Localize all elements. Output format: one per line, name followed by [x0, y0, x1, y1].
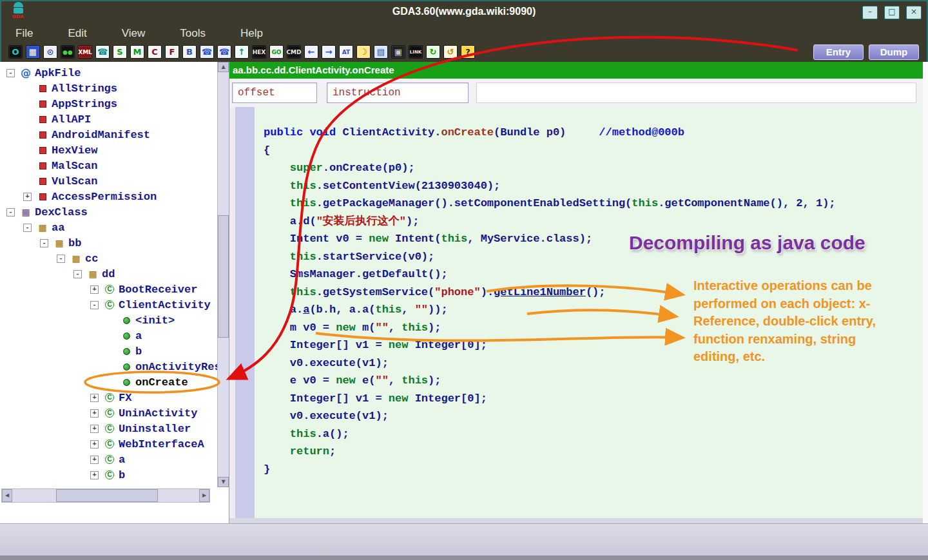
- bytecode-icon[interactable]: B: [182, 45, 197, 59]
- code-line[interactable]: public void ClientActivity.onCreate(Bund…: [264, 124, 923, 142]
- tree-item-vulscan[interactable]: VulScan: [0, 173, 217, 189]
- tree-expander-icon[interactable]: +: [90, 425, 99, 433]
- instruction-column-header[interactable]: instruction: [327, 82, 469, 103]
- tree-item-clientactivity[interactable]: -CClientActivity: [0, 297, 217, 313]
- tree-item-uninstaller[interactable]: +CUninstaller: [0, 421, 217, 436]
- close-button[interactable]: ×: [906, 6, 922, 19]
- tree-item-hexview[interactable]: HexView: [0, 142, 217, 158]
- classes-icon[interactable]: C: [148, 45, 162, 59]
- undo-icon[interactable]: ↺: [443, 45, 458, 59]
- cmd-icon[interactable]: CMD: [287, 45, 301, 59]
- horizontal-scroll-thumb[interactable]: [56, 489, 158, 502]
- tree-horizontal-scrollbar[interactable]: ◀ ▶: [1, 488, 210, 503]
- tree-expander-icon[interactable]: -: [57, 255, 65, 263]
- tree-item-a[interactable]: +Ca: [0, 452, 217, 467]
- night-icon[interactable]: ☽: [356, 45, 371, 59]
- device-icon[interactable]: ☎: [217, 45, 231, 59]
- hex-icon[interactable]: HEX: [252, 45, 266, 59]
- tree-expander-icon[interactable]: -: [23, 224, 32, 232]
- at-icon[interactable]: AT: [339, 45, 353, 59]
- refresh-icon[interactable]: ↻: [426, 45, 440, 59]
- search-icon[interactable]: ⊙: [43, 45, 57, 59]
- tree-item-apkfile[interactable]: -@ApkFile: [0, 65, 217, 81]
- offset-column-header[interactable]: offset: [232, 82, 317, 103]
- tree-expander-icon[interactable]: +: [90, 394, 99, 402]
- android-icon[interactable]: ☎: [95, 45, 110, 59]
- dump-button[interactable]: Dump: [869, 44, 919, 60]
- tree-item-webinterfacea[interactable]: +CWebInterfaceA: [0, 436, 217, 452]
- code-line[interactable]: }: [264, 461, 923, 479]
- code-line[interactable]: this.setContentView(2130903040);: [264, 177, 923, 195]
- menu-edit[interactable]: Edit: [68, 27, 86, 40]
- tree-item-a[interactable]: a: [0, 328, 217, 343]
- tree-item-b[interactable]: b: [0, 343, 217, 359]
- phone-icon[interactable]: ☎: [200, 45, 214, 59]
- tree-expander-icon[interactable]: -: [6, 208, 15, 217]
- link-icon[interactable]: LINK: [409, 45, 423, 59]
- go-icon[interactable]: GO: [269, 45, 284, 59]
- tree-item-appstrings[interactable]: AppStrings: [0, 96, 217, 111]
- scroll-down-icon[interactable]: ▼: [218, 477, 229, 487]
- scroll-up-icon[interactable]: ▲: [218, 62, 229, 72]
- code-line[interactable]: this.getPackageManager().setComponentEna…: [264, 195, 923, 213]
- entry-button[interactable]: Entry: [813, 44, 864, 60]
- code-line[interactable]: super.onCreate(p0);: [264, 159, 923, 177]
- tree-item-allapi[interactable]: AllAPI: [0, 111, 217, 127]
- tree-item-allstrings[interactable]: AllStrings: [0, 81, 217, 96]
- tree-expander-icon[interactable]: -: [6, 69, 15, 77]
- save-icon[interactable]: ▦: [26, 45, 40, 59]
- back-icon[interactable]: ←: [304, 45, 318, 59]
- code-line[interactable]: e v0 = new e("", this);: [264, 372, 923, 390]
- tree-expander-icon[interactable]: +: [90, 285, 99, 294]
- tree-expander-icon[interactable]: +: [23, 193, 32, 201]
- scroll-right-icon[interactable]: ▶: [199, 489, 209, 502]
- code-line[interactable]: Integer[] v1 = new Integer[0];: [264, 390, 923, 408]
- open-icon[interactable]: O: [8, 45, 23, 59]
- tree-item-androidmanifest[interactable]: AndroidManifest: [0, 127, 217, 142]
- xml-icon[interactable]: XML: [78, 45, 92, 59]
- upload-icon[interactable]: ↑: [235, 45, 249, 59]
- code-line[interactable]: {: [264, 142, 923, 160]
- tree-item-fx[interactable]: +CFX: [0, 390, 217, 405]
- minimize-button[interactable]: –: [862, 6, 878, 19]
- tree-item-malscan[interactable]: MalScan: [0, 158, 217, 173]
- tree-expander-icon[interactable]: +: [90, 440, 99, 449]
- tree-item-bootreceiver[interactable]: +CBootReceiver: [0, 282, 217, 297]
- tree-vertical-scrollbar[interactable]: ▲ ▼: [217, 62, 229, 487]
- tree-item-dd[interactable]: -▦dd: [0, 266, 217, 282]
- help-icon[interactable]: ?: [461, 45, 475, 59]
- menu-view[interactable]: View: [122, 27, 146, 40]
- tree-expander-icon[interactable]: +: [90, 471, 99, 479]
- tree-item-oncreate[interactable]: onCreate: [0, 374, 217, 390]
- tree-item-init[interactable]: <init>: [0, 313, 217, 328]
- tree-item-accesspermission[interactable]: +AccessPermission: [0, 189, 217, 204]
- tree-expander-icon[interactable]: -: [73, 270, 82, 278]
- bytes-icon[interactable]: ●●: [61, 45, 75, 59]
- methods-icon[interactable]: M: [130, 45, 144, 59]
- tree-expander-icon[interactable]: -: [90, 301, 99, 309]
- code-line[interactable]: a.d("安装后执行这个");: [264, 213, 923, 231]
- tree-item-bb[interactable]: -▦bb: [0, 235, 217, 251]
- code-line[interactable]: v0.execute(v1);: [264, 407, 923, 425]
- tree-item-cc[interactable]: -▦cc: [0, 251, 217, 266]
- tree-item-onactivityresult[interactable]: onActivityResult: [0, 359, 217, 374]
- fields-icon[interactable]: F: [165, 45, 179, 59]
- tree-item-aa[interactable]: -▦aa: [0, 220, 217, 235]
- scroll-left-icon[interactable]: ◀: [2, 489, 12, 502]
- vertical-scroll-thumb[interactable]: [218, 215, 229, 338]
- menu-file[interactable]: File: [15, 27, 33, 40]
- strings-icon[interactable]: S: [113, 45, 127, 59]
- tree-expander-icon[interactable]: +: [90, 409, 99, 418]
- tree-expander-icon[interactable]: +: [90, 456, 99, 464]
- maximize-button[interactable]: □: [884, 6, 900, 19]
- menu-tools[interactable]: Tools: [180, 27, 206, 40]
- camera-icon[interactable]: ▣: [391, 45, 405, 59]
- menu-help[interactable]: Help: [240, 27, 263, 40]
- tree-expander-icon[interactable]: -: [40, 239, 48, 247]
- tree-item-uninactivity[interactable]: +CUninActivity: [0, 405, 217, 421]
- code-line[interactable]: return;: [264, 443, 923, 461]
- dialog-icon[interactable]: ▤: [374, 45, 388, 59]
- forward-icon[interactable]: →: [322, 45, 336, 59]
- tree-item-dexclass[interactable]: -▦DexClass: [0, 204, 217, 220]
- code-line[interactable]: this.a();: [264, 425, 923, 443]
